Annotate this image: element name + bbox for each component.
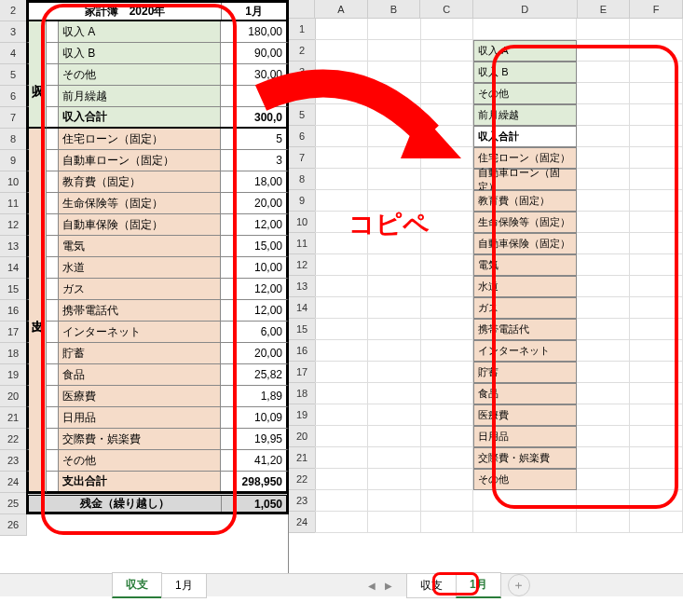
grid-cell[interactable] <box>315 447 368 469</box>
grid-cell[interactable] <box>421 83 474 104</box>
grid-cell[interactable] <box>577 447 630 469</box>
grid-cell[interactable]: 収入合計 <box>473 126 577 147</box>
grid-cell[interactable] <box>315 512 368 533</box>
grid-cell[interactable] <box>630 297 683 319</box>
grid-cell[interactable] <box>577 126 630 147</box>
income-item-cell[interactable]: 収入 B <box>59 43 221 63</box>
grid-cell[interactable] <box>368 319 421 340</box>
grid-cell[interactable] <box>368 383 421 404</box>
expense-value-cell[interactable]: 6,00 <box>221 322 286 342</box>
row-header[interactable]: 16 <box>0 300 26 322</box>
grid-cell[interactable]: 医療費 <box>473 404 577 426</box>
tab-shushi-left[interactable]: 収支 <box>112 572 162 598</box>
grid-cell[interactable] <box>630 190 683 212</box>
expense-item-cell[interactable]: ガス <box>59 279 221 299</box>
expense-item-cell[interactable]: 教育費（固定） <box>59 171 221 192</box>
grid-cell[interactable] <box>630 383 683 404</box>
grid-cell[interactable] <box>577 40 630 62</box>
grid-cell[interactable] <box>368 362 421 383</box>
grid-cell[interactable] <box>577 490 630 512</box>
row-header[interactable]: 5 <box>289 104 315 126</box>
row-header[interactable]: 12 <box>0 214 26 236</box>
row-header[interactable]: 2 <box>0 0 26 21</box>
row-header[interactable]: 23 <box>289 490 315 512</box>
grid-cell[interactable] <box>473 512 577 533</box>
grid-cell[interactable] <box>630 19 683 40</box>
col-header[interactable]: C <box>420 0 473 18</box>
row-header[interactable]: 22 <box>289 469 315 490</box>
grid-cell[interactable] <box>421 126 474 147</box>
balance-value[interactable]: 1,050 <box>222 496 286 512</box>
grid-cell[interactable]: 収入 A <box>473 40 577 62</box>
income-item-cell[interactable]: 収入 A <box>59 21 221 42</box>
grid-cell[interactable] <box>368 297 421 319</box>
grid-cell[interactable] <box>421 319 474 340</box>
row-header[interactable]: 11 <box>289 233 315 254</box>
col-header[interactable]: F <box>630 0 683 18</box>
grid-cell[interactable] <box>315 147 368 169</box>
col-header[interactable]: D <box>473 0 578 18</box>
expense-item-cell[interactable]: 住宅ローン（固定） <box>59 129 221 149</box>
grid-cell[interactable] <box>315 254 368 276</box>
grid-cell[interactable]: 自動車保険（固定） <box>473 233 577 254</box>
grid-cell[interactable] <box>315 362 368 383</box>
grid-cell[interactable] <box>630 276 683 297</box>
row-header[interactable]: 2 <box>289 40 315 62</box>
row-header[interactable]: 17 <box>289 362 315 383</box>
col-header[interactable]: B <box>368 0 421 18</box>
grid-cell[interactable] <box>421 362 474 383</box>
grid-cell[interactable] <box>368 169 421 190</box>
expense-item-cell[interactable]: 食品 <box>59 364 221 385</box>
grid-cell[interactable] <box>421 147 474 169</box>
grid-cell[interactable] <box>421 490 474 512</box>
grid-cell[interactable] <box>421 469 474 490</box>
grid-cell[interactable] <box>315 169 368 190</box>
grid-cell[interactable]: 食品 <box>473 383 577 404</box>
expense-value-cell[interactable]: 12,00 <box>221 300 286 321</box>
grid-cell[interactable] <box>577 426 630 447</box>
select-all-corner[interactable] <box>289 0 315 19</box>
grid-cell[interactable] <box>421 62 474 83</box>
grid-cell[interactable] <box>315 297 368 319</box>
income-item-cell[interactable]: その他 <box>59 64 221 85</box>
income-sum-value[interactable]: 300,0 <box>221 107 286 127</box>
expense-value-cell[interactable]: 15,00 <box>221 236 286 256</box>
expense-value-cell[interactable]: 18,00 <box>221 171 286 192</box>
grid-cell[interactable] <box>577 383 630 404</box>
grid-cell[interactable] <box>630 62 683 83</box>
row-header[interactable]: 26 <box>0 514 26 536</box>
tab-1gatsu-left[interactable]: 1月 <box>161 573 207 598</box>
expense-item-cell[interactable]: 生命保険等（固定） <box>59 193 221 213</box>
grid-cell[interactable] <box>577 62 630 83</box>
grid-cell[interactable] <box>630 490 683 512</box>
expense-item-cell[interactable]: 医療費 <box>59 386 221 406</box>
row-header[interactable]: 18 <box>0 343 26 364</box>
add-sheet-icon[interactable]: ＋ <box>508 574 530 596</box>
grid-cell[interactable] <box>630 126 683 147</box>
grid-cell[interactable] <box>577 276 630 297</box>
row-header[interactable]: 13 <box>289 276 315 297</box>
grid-cell[interactable] <box>368 126 421 147</box>
grid-cell[interactable] <box>421 19 474 40</box>
row-header[interactable]: 24 <box>289 512 315 533</box>
grid-cell[interactable] <box>577 212 630 233</box>
row-header[interactable]: 9 <box>0 150 26 171</box>
grid-cell[interactable] <box>577 469 630 490</box>
grid-cell[interactable] <box>368 276 421 297</box>
grid-cell[interactable] <box>630 362 683 383</box>
expense-value-cell[interactable]: 12,00 <box>221 279 286 299</box>
grid-cell[interactable] <box>421 276 474 297</box>
grid-cell[interactable]: 教育費（固定） <box>473 190 577 212</box>
tab-nav-next-icon[interactable]: ▶ <box>380 577 397 594</box>
grid-cell[interactable]: 収入 B <box>473 62 577 83</box>
grid-cell[interactable] <box>368 62 421 83</box>
row-header[interactable]: 23 <box>0 450 26 472</box>
grid-cell[interactable] <box>577 362 630 383</box>
income-value-cell[interactable]: 90,00 <box>221 43 286 63</box>
grid-cell[interactable] <box>315 104 368 126</box>
grid-cell[interactable] <box>630 319 683 340</box>
grid-cell[interactable] <box>421 297 474 319</box>
tab-nav-prev-icon[interactable]: ◀ <box>363 577 380 594</box>
grid-cell[interactable] <box>368 104 421 126</box>
col-header[interactable]: A <box>315 0 368 18</box>
